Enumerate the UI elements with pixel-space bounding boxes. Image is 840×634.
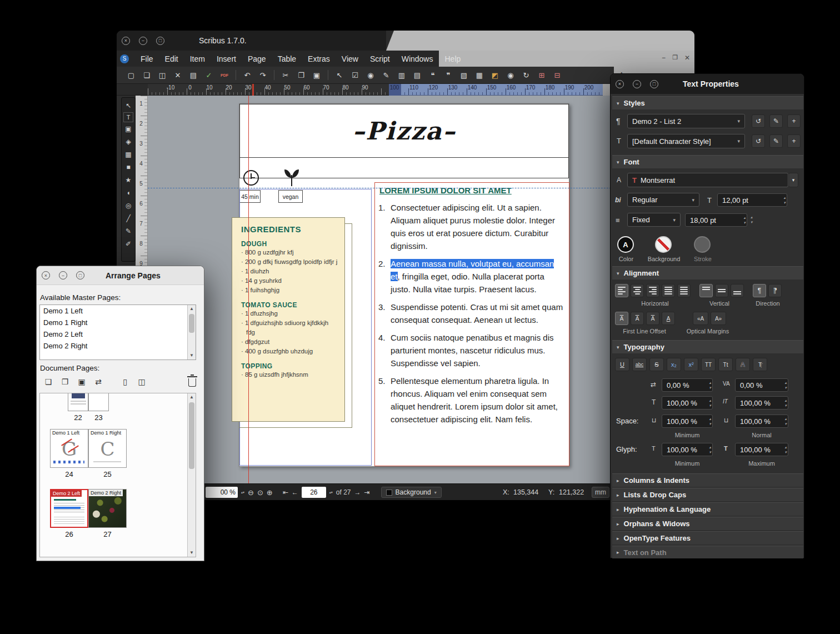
- new-file-button[interactable]: ▢: [124, 68, 138, 82]
- strikethrough-toggle[interactable]: S: [649, 358, 664, 371]
- all-caps-toggle[interactable]: TT: [701, 358, 716, 371]
- body-text-frame[interactable]: LOREM IPSUM DOLOR SIT AMET 1. Consectetu…: [374, 182, 569, 466]
- maximize-window-icon[interactable]: □: [156, 37, 164, 45]
- minimize-window-icon[interactable]: −: [139, 37, 147, 45]
- document-page[interactable]: –Pizza– 45 min vegan: [239, 103, 569, 467]
- scrollbar[interactable]: ▲ ▼: [187, 393, 196, 557]
- zoom-100-button[interactable]: ⊙: [257, 488, 263, 497]
- section-alignment[interactable]: ▾Alignment: [612, 266, 803, 279]
- scroll-down-icon[interactable]: ▼: [188, 352, 196, 360]
- valign-bottom-button[interactable]: [731, 284, 744, 297]
- new-paragraph-style-button[interactable]: +: [787, 114, 801, 128]
- space-normal-input[interactable]: 100,00 %▴▾: [735, 415, 788, 428]
- direction-ltr-button[interactable]: ¶: [753, 284, 766, 297]
- scroll-up-icon[interactable]: ▲: [188, 393, 196, 401]
- page-thumbnail-27[interactable]: Demo 2 Right: [88, 489, 127, 528]
- spinner-arrows-icon[interactable]: ▴▾: [743, 215, 746, 225]
- shadow-toggle[interactable]: T: [753, 358, 767, 371]
- close-window-icon[interactable]: ×: [616, 80, 624, 88]
- first-line-offset-font-ascent-button[interactable]: A: [631, 312, 644, 325]
- scroll-down-icon[interactable]: ▼: [188, 549, 196, 557]
- unit-selector[interactable]: mm: [592, 487, 609, 498]
- scrollbar[interactable]: ▲ ▼: [187, 305, 196, 360]
- small-caps-toggle[interactable]: Tt: [718, 358, 733, 371]
- spinner-arrows-icon[interactable]: ▴▾: [784, 416, 787, 426]
- glyph-max-input[interactable]: 100,00 %▴▾: [735, 443, 788, 456]
- move-page-button[interactable]: ⇄: [91, 375, 106, 388]
- menu-extras[interactable]: Extras: [308, 54, 330, 63]
- align-center-button[interactable]: [631, 284, 644, 297]
- h-scale-input[interactable]: 100,00 %▴▾: [662, 396, 713, 410]
- maximize-window-icon[interactable]: □: [76, 271, 84, 279]
- section-orphans-widows[interactable]: ▸Orphans & Widows: [612, 517, 803, 530]
- menu-page[interactable]: Page: [248, 54, 266, 63]
- page-thumbnail-23[interactable]: [88, 393, 109, 411]
- zoom-out-button[interactable]: ⊖: [248, 488, 254, 497]
- scrollbar-thumb[interactable]: [189, 402, 194, 469]
- font-family-chevron-button[interactable]: ▾: [788, 173, 798, 187]
- horizontal-ruler[interactable]: -10 0 10 20 30 40 50 60 70 80 90: [148, 84, 389, 96]
- glyph-min-input[interactable]: 100,00 %▴▾: [662, 443, 713, 456]
- undo-button[interactable]: ↶: [241, 68, 254, 82]
- page-spinner-arrows[interactable]: ▴▾: [329, 490, 333, 495]
- character-style-select[interactable]: [Default Character Style]▾: [627, 134, 745, 148]
- valign-top-button[interactable]: [699, 284, 713, 297]
- close-file-button[interactable]: ✕: [171, 68, 184, 82]
- align-left-button[interactable]: [615, 284, 628, 297]
- menu-insert[interactable]: Insert: [217, 54, 236, 63]
- ruler-corner[interactable]: [117, 84, 148, 96]
- color-management-button[interactable]: ◩: [488, 68, 502, 82]
- minimize-window-icon[interactable]: −: [59, 271, 67, 279]
- text-frame-tool-button[interactable]: T: [123, 112, 133, 122]
- maximize-window-icon[interactable]: □: [650, 80, 658, 88]
- minimize-window-icon[interactable]: −: [633, 80, 641, 88]
- section-styles[interactable]: ▾Styles: [612, 96, 803, 109]
- menu-view[interactable]: View: [342, 54, 358, 63]
- optical-margins-right-button[interactable]: A»: [711, 312, 726, 325]
- pdf-checkbox-tool-button[interactable]: ☑: [348, 68, 362, 82]
- spinner-arrows-icon[interactable]: ▴▾: [784, 445, 787, 455]
- single-page-layout-button[interactable]: ▯: [118, 375, 132, 388]
- scroll-up-icon[interactable]: ▲: [188, 305, 196, 313]
- prev-page-button[interactable]: ←: [292, 488, 298, 496]
- layer-selector[interactable]: Background ▾: [381, 487, 442, 498]
- redo-button[interactable]: ↷: [256, 68, 269, 82]
- section-columns-indents[interactable]: ▸Columns & Indents: [612, 473, 803, 487]
- rotate-item-button[interactable]: ↻: [519, 68, 533, 82]
- underline-words-toggle[interactable]: abc: [632, 358, 647, 371]
- backdrop-minimize-icon[interactable]: −: [662, 54, 666, 62]
- spinner-arrows-icon[interactable]: ▴▾: [784, 380, 787, 390]
- menu-edit[interactable]: Edit: [165, 54, 178, 63]
- spinner-arrows-icon[interactable]: ▴▾: [709, 416, 711, 426]
- scrollbar-thumb[interactable]: [189, 314, 194, 333]
- last-page-button[interactable]: ⇥: [364, 488, 370, 496]
- word-tracking-input[interactable]: 0,00 %▴▾: [735, 378, 788, 392]
- section-font[interactable]: ▾Font: [612, 155, 803, 168]
- reset-paragraph-style-button[interactable]: ↺: [752, 114, 765, 128]
- calligraphy-tool-button[interactable]: ✐: [122, 238, 134, 250]
- insert-text-frame-button[interactable]: ▤: [411, 68, 424, 82]
- polygon-tool-button[interactable]: ★: [122, 174, 134, 186]
- page-number-input[interactable]: 26: [302, 487, 326, 498]
- reset-character-style-button[interactable]: ↺: [752, 134, 765, 148]
- title-text-frame[interactable]: –Pizza–: [239, 104, 569, 158]
- zoom-level-input[interactable]: 00 %: [206, 487, 238, 498]
- menu-table[interactable]: Table: [278, 54, 296, 63]
- font-size-input[interactable]: 12,00 pt▴▾: [717, 193, 787, 207]
- edit-character-style-button[interactable]: ✎: [769, 134, 783, 148]
- page-thumbnail-25[interactable]: Demo 1 Right C: [88, 429, 127, 468]
- first-line-offset-max-ascent-button[interactable]: A: [615, 312, 628, 325]
- add-page-button[interactable]: ❏: [41, 375, 56, 388]
- first-page-button[interactable]: ⇤: [283, 488, 288, 496]
- pdf-radio-tool-button[interactable]: ◉: [364, 68, 377, 82]
- insert-table-button[interactable]: ▦: [473, 68, 486, 82]
- spiral-tool-button[interactable]: ◎: [122, 199, 134, 212]
- next-page-button[interactable]: →: [354, 488, 361, 496]
- bezier-tool-button[interactable]: ✎: [122, 225, 134, 237]
- page-thumbnail-26-selected[interactable]: Demo 2 Left: [50, 489, 88, 528]
- zoom-spinner-arrows[interactable]: ▴▾: [241, 490, 244, 495]
- new-character-style-button[interactable]: +: [787, 134, 801, 148]
- spinner-arrows-icon[interactable]: ▴▾: [709, 398, 711, 408]
- link-annotation-button[interactable]: ❞: [442, 68, 455, 82]
- first-line-offset-baseline-button[interactable]: A: [662, 312, 675, 325]
